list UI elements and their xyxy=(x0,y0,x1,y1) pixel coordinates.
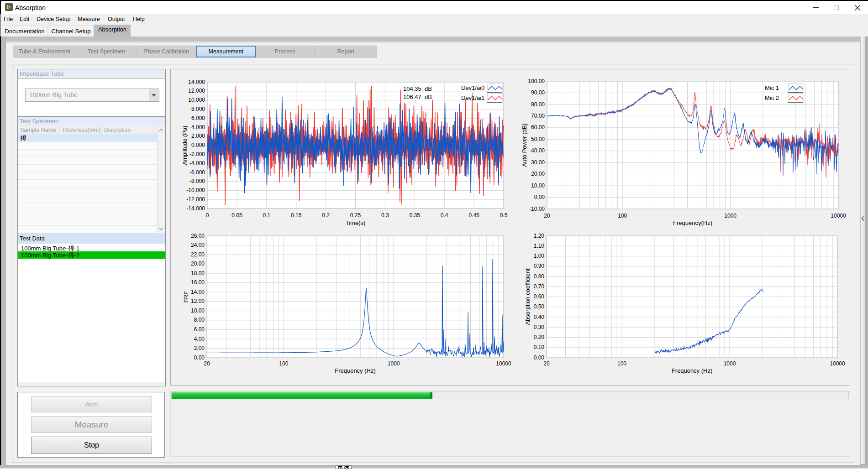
svg-text:2.000: 2.000 xyxy=(191,133,205,139)
svg-text:0.70: 0.70 xyxy=(534,283,545,290)
svg-text:90.00: 90.00 xyxy=(531,89,545,96)
svg-text:24.00: 24.00 xyxy=(191,242,205,248)
svg-text:Mic 2: Mic 2 xyxy=(765,94,779,101)
svg-text:14.000: 14.000 xyxy=(188,79,205,85)
svg-text:0.40: 0.40 xyxy=(534,314,545,320)
svg-text:0: 0 xyxy=(206,212,209,219)
svg-text:80.00: 80.00 xyxy=(531,101,545,108)
svg-text:100.00: 100.00 xyxy=(528,78,545,84)
svg-text:-14.000: -14.000 xyxy=(186,205,205,212)
svg-text:40.00: 40.00 xyxy=(531,147,545,154)
svg-text:0.15: 0.15 xyxy=(291,212,302,219)
svg-text:0.5: 0.5 xyxy=(500,212,508,219)
svg-text:1000: 1000 xyxy=(724,360,736,367)
svg-text:Time(s): Time(s) xyxy=(346,219,366,226)
svg-text:0.1: 0.1 xyxy=(263,212,270,219)
svg-text:FRF: FRF xyxy=(183,291,189,302)
svg-text:1.00: 1.00 xyxy=(534,253,545,259)
svg-text:0.35: 0.35 xyxy=(410,212,421,219)
svg-text:0.10: 0.10 xyxy=(534,344,545,350)
svg-text:0.00: 0.00 xyxy=(194,354,205,361)
svg-text:104.35 dB: 104.35 dB xyxy=(403,85,432,92)
svg-text:0.50: 0.50 xyxy=(534,303,545,310)
svg-text:0.80: 0.80 xyxy=(534,273,545,280)
svg-text:106.47 dB: 106.47 dB xyxy=(403,94,432,100)
svg-text:1000: 1000 xyxy=(724,213,736,219)
svg-text:Auto Power (dB): Auto Power (dB) xyxy=(521,123,528,167)
svg-text:Frequency (Hz): Frequency (Hz) xyxy=(335,367,376,374)
svg-text:Amplitude (Pa): Amplitude (Pa) xyxy=(181,126,188,165)
svg-text:0.45: 0.45 xyxy=(468,212,479,219)
svg-text:1.20: 1.20 xyxy=(534,233,545,239)
svg-text:-10.000: -10.000 xyxy=(186,187,205,193)
svg-text:20.00: 20.00 xyxy=(531,171,545,177)
svg-text:0.20: 0.20 xyxy=(534,334,545,340)
svg-text:10000: 10000 xyxy=(496,360,511,367)
svg-text:-2.000: -2.000 xyxy=(189,151,205,157)
svg-text:0.60: 0.60 xyxy=(534,293,545,300)
svg-text:Frequency(Hz): Frequency(Hz) xyxy=(673,219,712,226)
svg-text:-4.000: -4.000 xyxy=(189,160,205,167)
svg-text:Mic 1: Mic 1 xyxy=(765,84,779,91)
svg-text:20: 20 xyxy=(544,213,550,219)
svg-text:0.2: 0.2 xyxy=(322,212,330,219)
svg-text:0.00: 0.00 xyxy=(534,194,545,200)
svg-text:22.00: 22.00 xyxy=(191,251,205,258)
svg-text:60.00: 60.00 xyxy=(531,124,545,130)
svg-text:0.30: 0.30 xyxy=(534,324,545,330)
svg-text:6.00: 6.00 xyxy=(194,326,205,333)
svg-text:-12.000: -12.000 xyxy=(186,196,205,203)
svg-text:100: 100 xyxy=(618,213,627,219)
svg-text:-6.000: -6.000 xyxy=(189,169,205,176)
svg-text:0.05: 0.05 xyxy=(231,212,242,219)
svg-text:8.000: 8.000 xyxy=(191,106,205,112)
svg-text:100: 100 xyxy=(617,360,626,367)
svg-text:10000: 10000 xyxy=(831,213,846,219)
svg-text:20.00: 20.00 xyxy=(191,261,205,267)
svg-text:20: 20 xyxy=(204,360,210,367)
svg-text:0.4: 0.4 xyxy=(441,212,448,219)
svg-text:Frequency (Hz): Frequency (Hz) xyxy=(672,367,713,374)
svg-text:Dev1/ai0: Dev1/ai0 xyxy=(461,84,484,91)
svg-text:0.90: 0.90 xyxy=(534,263,545,269)
svg-text:50.00: 50.00 xyxy=(531,136,545,142)
svg-text:26.00: 26.00 xyxy=(191,233,205,239)
svg-text:-10.00: -10.00 xyxy=(529,206,545,212)
svg-text:Dev1/ai1: Dev1/ai1 xyxy=(461,94,484,101)
svg-text:0.3: 0.3 xyxy=(381,212,389,219)
svg-text:6.000: 6.000 xyxy=(191,115,205,121)
svg-text:18.00: 18.00 xyxy=(191,270,205,276)
svg-text:1000: 1000 xyxy=(388,360,400,367)
svg-text:16.00: 16.00 xyxy=(191,279,205,286)
svg-text:0.00: 0.00 xyxy=(534,354,545,361)
svg-text:1.10: 1.10 xyxy=(534,243,545,249)
svg-text:20: 20 xyxy=(543,360,550,367)
svg-text:Absorption coefficient: Absorption coefficient xyxy=(524,268,531,325)
svg-text:14.00: 14.00 xyxy=(191,289,205,295)
svg-text:10000: 10000 xyxy=(830,360,845,367)
svg-text:30.00: 30.00 xyxy=(531,159,545,166)
svg-text:4.00: 4.00 xyxy=(194,336,205,342)
svg-text:10.00: 10.00 xyxy=(191,307,205,314)
svg-text:2.00: 2.00 xyxy=(194,345,205,351)
svg-text:12.00: 12.00 xyxy=(191,298,205,304)
svg-text:0.000: 0.000 xyxy=(191,142,205,148)
svg-text:12.000: 12.000 xyxy=(188,88,205,94)
svg-text:70.00: 70.00 xyxy=(531,113,545,119)
svg-text:100: 100 xyxy=(279,360,288,367)
svg-text:10.00: 10.00 xyxy=(531,182,545,189)
svg-text:4.000: 4.000 xyxy=(191,124,205,130)
svg-text:0.25: 0.25 xyxy=(350,212,361,219)
svg-text:8.00: 8.00 xyxy=(194,317,205,323)
svg-text:10.000: 10.000 xyxy=(188,97,205,103)
svg-text:-8.000: -8.000 xyxy=(189,178,205,184)
